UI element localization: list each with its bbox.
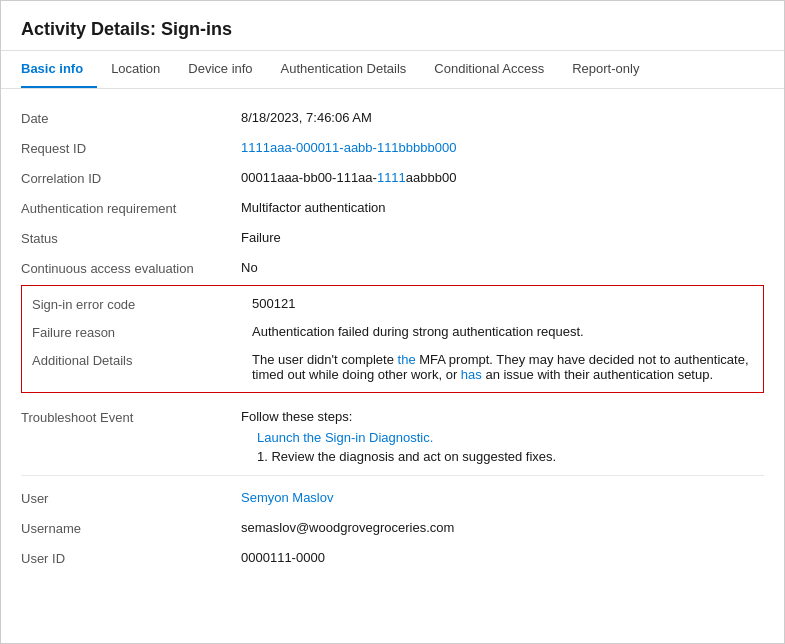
- userid-row: User ID 0000111-0000: [21, 543, 764, 573]
- user-row: User Semyon Maslov: [21, 480, 764, 513]
- launch-diagnostic-link[interactable]: Launch the Sign-in Diagnostic.: [241, 430, 764, 445]
- tab-conditional-access[interactable]: Conditional Access: [420, 51, 558, 88]
- error-code-label: Sign-in error code: [32, 296, 252, 312]
- correlation-id-label: Correlation ID: [21, 170, 241, 186]
- user-value[interactable]: Semyon Maslov: [241, 490, 764, 505]
- tab-bar: Basic info Location Device info Authenti…: [1, 51, 784, 89]
- steps-title: Follow these steps:: [241, 409, 764, 424]
- userid-label: User ID: [21, 550, 241, 566]
- troubleshoot-row: Troubleshoot Event Follow these steps: L…: [21, 395, 764, 471]
- request-id-row: Request ID 1111aaa-000011-aabb-111bbbbb0…: [21, 133, 764, 163]
- additional-details-value: The user didn't complete the MFA prompt.…: [252, 352, 753, 382]
- user-label: User: [21, 490, 241, 506]
- auth-req-row: Authentication requirement Multifactor a…: [21, 193, 764, 223]
- userid-value: 0000111-0000: [241, 550, 764, 565]
- status-label: Status: [21, 230, 241, 246]
- status-row: Status Failure: [21, 223, 764, 253]
- date-value: 8/18/2023, 7:46:06 AM: [241, 110, 764, 125]
- troubleshoot-label: Troubleshoot Event: [21, 409, 241, 425]
- auth-req-value: Multifactor authentication: [241, 200, 764, 215]
- request-id-value[interactable]: 1111aaa-000011-aabb-111bbbbb000: [241, 140, 764, 155]
- username-label: Username: [21, 520, 241, 536]
- tab-device-info[interactable]: Device info: [174, 51, 266, 88]
- tab-location[interactable]: Location: [97, 51, 174, 88]
- status-value: Failure: [241, 230, 764, 245]
- additional-the-highlight: the: [398, 352, 416, 367]
- content-area: Date 8/18/2023, 7:46:06 AM Request ID 11…: [1, 89, 784, 593]
- date-row: Date 8/18/2023, 7:46:06 AM: [21, 103, 764, 133]
- correlation-id-row: Correlation ID 00011aaa-bb00-111aa-1111a…: [21, 163, 764, 193]
- failure-reason-label: Failure reason: [32, 324, 252, 340]
- tab-basic-info[interactable]: Basic info: [21, 51, 97, 88]
- cae-row: Continuous access evaluation No: [21, 253, 764, 283]
- error-code-row: Sign-in error code 500121: [22, 290, 763, 318]
- additional-details-row: Additional Details The user didn't compl…: [22, 346, 763, 388]
- date-label: Date: [21, 110, 241, 126]
- username-row: Username semaslov@woodgrovegroceries.com: [21, 513, 764, 543]
- tab-auth-details[interactable]: Authentication Details: [267, 51, 421, 88]
- correlation-id-highlight: 1111: [377, 170, 406, 185]
- step-1: 1. Review the diagnosis and act on sugge…: [241, 449, 764, 464]
- additional-has-highlight: has: [461, 367, 482, 382]
- error-box: Sign-in error code 500121 Failure reason…: [21, 285, 764, 393]
- username-value: semaslov@woodgrovegroceries.com: [241, 520, 764, 535]
- troubleshoot-content: Follow these steps: Launch the Sign-in D…: [241, 409, 764, 464]
- page-title: Activity Details: Sign-ins: [1, 1, 784, 51]
- cae-label: Continuous access evaluation: [21, 260, 241, 276]
- failure-reason-value: Authentication failed during strong auth…: [252, 324, 753, 339]
- auth-req-label: Authentication requirement: [21, 200, 241, 216]
- cae-value: No: [241, 260, 764, 275]
- error-code-value: 500121: [252, 296, 753, 311]
- tab-report-only[interactable]: Report-only: [558, 51, 653, 88]
- request-id-label: Request ID: [21, 140, 241, 156]
- correlation-id-value: 00011aaa-bb00-111aa-1111aabbb00: [241, 170, 764, 185]
- failure-reason-row: Failure reason Authentication failed dur…: [22, 318, 763, 346]
- divider-1: [21, 475, 764, 476]
- additional-details-label: Additional Details: [32, 352, 252, 368]
- activity-details-window: Activity Details: Sign-ins Basic info Lo…: [0, 0, 785, 644]
